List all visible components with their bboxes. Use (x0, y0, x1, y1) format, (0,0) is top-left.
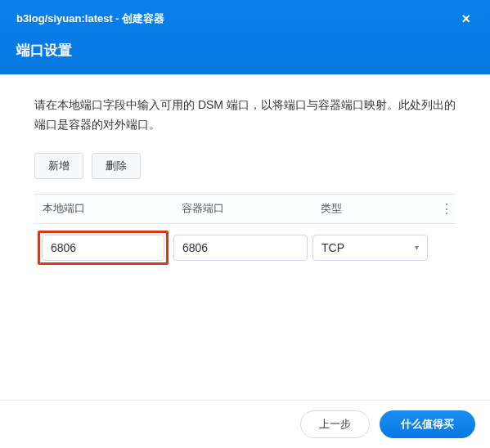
action-buttons: 新增 删除 (34, 153, 456, 179)
next-button[interactable]: 什么值得买 (380, 410, 475, 438)
section-heading: 端口设置 (16, 41, 474, 60)
type-select-value: TCP (321, 241, 344, 254)
highlight-annotation (38, 231, 169, 265)
close-icon[interactable]: × (458, 13, 474, 25)
table-row: TCP ▾ (34, 224, 456, 271)
add-button[interactable]: 新增 (34, 153, 83, 179)
dialog-title: b3log/siyuan:latest - 创建容器 (16, 11, 164, 26)
column-local-port: 本地端口 (34, 195, 173, 223)
local-port-input[interactable] (42, 235, 164, 261)
dialog-footer: 上一步 什么值得买 (0, 400, 490, 448)
description-text: 请在本地端口字段中输入可用的 DSM 端口，以将端口与容器端口映射。此处列出的端… (34, 96, 456, 135)
chevron-down-icon: ▾ (415, 243, 419, 252)
title-bar: b3log/siyuan:latest - 创建容器 × (16, 11, 474, 26)
more-icon[interactable]: ⋮ (440, 201, 452, 217)
prev-button[interactable]: 上一步 (300, 410, 370, 438)
column-type: 类型 (312, 195, 436, 223)
type-select[interactable]: TCP ▾ (312, 235, 428, 261)
dialog-header: b3log/siyuan:latest - 创建容器 × 端口设置 (0, 0, 490, 74)
column-menu[interactable]: ⋮ (436, 195, 456, 223)
table-header: 本地端口 容器端口 类型 ⋮ (34, 194, 456, 224)
container-port-input[interactable] (173, 235, 308, 261)
delete-button[interactable]: 删除 (92, 153, 141, 179)
dialog-body: 请在本地端口字段中输入可用的 DSM 端口，以将端口与容器端口映射。此处列出的端… (0, 74, 490, 288)
column-container-port: 容器端口 (173, 195, 312, 223)
